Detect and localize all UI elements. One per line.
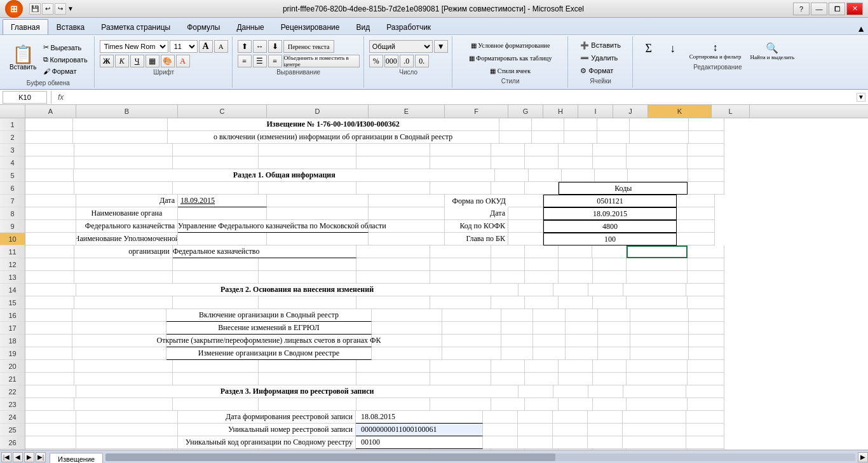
cell-a17[interactable] — [25, 335, 72, 347]
cell-h2[interactable] — [532, 131, 564, 144]
cell-i24[interactable] — [553, 424, 588, 436]
cell-k11[interactable] — [627, 258, 688, 271]
cell-e26[interactable] — [356, 449, 430, 450]
align-middle-btn[interactable]: ↔ — [253, 40, 267, 53]
cell-j10[interactable] — [592, 245, 626, 258]
tab-data[interactable]: Данные — [228, 19, 272, 34]
row-23[interactable]: 23 — [0, 398, 25, 411]
cell-g22[interactable] — [491, 398, 525, 411]
cell-g3[interactable] — [491, 144, 525, 156]
font-name-select[interactable]: Times New Rom — [100, 40, 168, 53]
find-select-btn[interactable]: 🔍 Найти и выделить — [747, 40, 798, 62]
cell-a9[interactable] — [25, 233, 76, 245]
cell-l22[interactable] — [688, 398, 724, 411]
cell-a20[interactable] — [25, 373, 74, 385]
tab-formulas[interactable]: Формулы — [179, 19, 228, 34]
cell-c9[interactable] — [178, 233, 267, 245]
cell-g1[interactable] — [499, 118, 532, 131]
cell-c14[interactable] — [173, 296, 259, 309]
cell-i17[interactable] — [566, 335, 598, 347]
row-19[interactable]: 19 — [0, 347, 25, 360]
cell-c3[interactable] — [173, 144, 259, 156]
cell-f14[interactable] — [430, 296, 491, 309]
cell-i2[interactable] — [564, 131, 597, 144]
cell-h4[interactable] — [525, 156, 559, 169]
cell-k24[interactable] — [623, 424, 686, 436]
cell-j1[interactable] — [597, 118, 630, 131]
cell-a11[interactable] — [25, 258, 74, 271]
cell-b11[interactable] — [74, 258, 172, 271]
cell-l17[interactable] — [689, 335, 724, 347]
cell-h3[interactable] — [525, 144, 559, 156]
cell-k13[interactable] — [623, 284, 687, 296]
cell-b25[interactable] — [76, 436, 178, 449]
font-color-button[interactable]: А — [176, 55, 190, 67]
cell-k17[interactable] — [630, 335, 689, 347]
row-14[interactable]: 14 — [0, 284, 25, 296]
col-header-l[interactable]: L — [712, 105, 750, 118]
cell-h16[interactable] — [533, 322, 566, 335]
cell-f6[interactable] — [430, 182, 492, 195]
cell-c7[interactable]: 18.09.2015 — [178, 195, 267, 207]
cell-c20[interactable] — [173, 373, 259, 385]
row-16[interactable]: 16 — [0, 309, 25, 322]
row-10[interactable]: 10 — [0, 233, 25, 245]
cell-b7[interactable]: Дата — [76, 195, 178, 207]
cell-a19[interactable] — [25, 360, 74, 373]
cell-f15[interactable] — [442, 309, 501, 322]
cell-j25[interactable] — [588, 436, 623, 449]
cell-c17[interactable]: Открытие (закрытие/переоформление) лицев… — [166, 335, 372, 347]
cell-l24[interactable] — [686, 424, 724, 436]
cell-l8[interactable] — [677, 207, 715, 220]
cell-g16[interactable] — [501, 322, 534, 335]
cell-a16[interactable] — [25, 322, 72, 335]
office-button[interactable]: ⊞ — [5, 0, 23, 18]
close-button[interactable]: ✕ — [846, 3, 863, 15]
cell-l8b[interactable] — [677, 220, 715, 233]
cell-l7[interactable] — [677, 195, 715, 207]
delete-cells-btn[interactable]: ➖ Удалить — [578, 53, 623, 64]
cell-d4[interactable] — [259, 156, 356, 169]
paste-button[interactable]: 📋 Вставить — [6, 43, 39, 74]
cell-styles-btn[interactable]: ▦ Стили ячеек — [487, 66, 534, 76]
cell-i23[interactable] — [553, 411, 588, 424]
cell-j4[interactable] — [593, 156, 627, 169]
cell-d9[interactable] — [267, 233, 369, 245]
row-8[interactable]: 8 — [0, 207, 25, 220]
percent-btn[interactable]: % — [369, 55, 383, 67]
cell-e20[interactable] — [356, 373, 430, 385]
cell-d20[interactable] — [259, 373, 356, 385]
formula-input[interactable] — [69, 91, 854, 104]
cell-l4[interactable] — [688, 156, 724, 169]
h-scrollbar-thumb[interactable] — [105, 453, 555, 461]
cell-b17[interactable] — [72, 335, 166, 347]
cell-c8b[interactable]: Управление Федерального казначейства по … — [178, 220, 369, 233]
fill-color-button[interactable]: 🎨 — [161, 55, 175, 67]
cell-i18[interactable] — [566, 347, 598, 360]
cell-c19[interactable] — [173, 360, 259, 373]
cell-k19[interactable] — [627, 360, 688, 373]
cell-f8[interactable]: Дата — [445, 207, 508, 220]
cell-l12[interactable] — [688, 271, 724, 284]
cell-e19[interactable] — [356, 360, 430, 373]
cell-i12[interactable] — [559, 271, 592, 284]
cell-h20[interactable] — [525, 373, 559, 385]
cell-h23[interactable] — [518, 411, 553, 424]
row-5[interactable]: 5 — [0, 169, 25, 182]
cell-h10[interactable] — [525, 245, 559, 258]
expand-formula-btn[interactable]: ▼ — [857, 93, 865, 102]
cell-b10[interactable]: организации — [74, 245, 172, 258]
row-21[interactable]: 21 — [0, 373, 25, 385]
cell-g4[interactable] — [491, 156, 525, 169]
italic-button[interactable]: К — [115, 55, 129, 67]
cell-g19[interactable] — [491, 360, 525, 373]
cell-f9[interactable]: Глава по БК — [445, 233, 508, 245]
cell-g25[interactable] — [483, 436, 518, 449]
cell-h15[interactable] — [533, 309, 566, 322]
cell-g8b[interactable] — [508, 220, 543, 233]
cell-c8[interactable] — [178, 207, 267, 220]
cell-b22[interactable] — [74, 398, 172, 411]
cell-h21[interactable] — [519, 385, 553, 398]
cell-l18[interactable] — [689, 347, 724, 360]
cell-e8[interactable] — [369, 207, 445, 220]
